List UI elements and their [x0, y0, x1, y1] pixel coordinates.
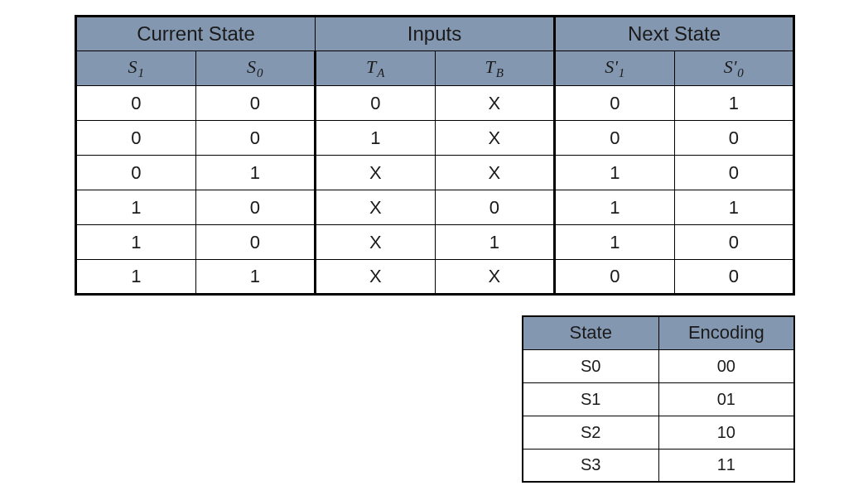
- cell: 0: [76, 156, 196, 190]
- cell: 1: [555, 225, 675, 260]
- cell: 1: [555, 190, 675, 225]
- cell: 1: [674, 86, 794, 121]
- cell: 0: [674, 156, 794, 190]
- group-header-row: Current State Inputs Next State: [76, 17, 794, 51]
- table-row: 1 0 X 0 1 1: [76, 190, 794, 225]
- cell: 0: [195, 86, 316, 121]
- table-row: 0 0 1 X 0 0: [76, 121, 794, 156]
- cell: 0: [555, 260, 675, 295]
- cell: 0: [555, 86, 675, 121]
- cell-encoding: 11: [658, 449, 794, 482]
- cell: 0: [435, 190, 555, 225]
- cell: 0: [76, 121, 196, 156]
- col-sp0: S'0: [674, 51, 794, 86]
- table-row: 1 1 X X 0 0: [76, 260, 794, 295]
- cell: 1: [555, 156, 675, 190]
- col-s1: S1: [76, 51, 196, 86]
- cell-encoding: 10: [658, 416, 794, 449]
- cell: 1: [674, 190, 794, 225]
- cell: 1: [76, 225, 196, 260]
- cell: 0: [674, 225, 794, 260]
- group-current-state: Current State: [76, 17, 316, 51]
- cell: 0: [555, 121, 675, 156]
- cell: 0: [195, 225, 316, 260]
- cell: 0: [76, 86, 196, 121]
- cell: X: [435, 260, 555, 295]
- cell: X: [316, 260, 436, 295]
- cell: 1: [195, 260, 316, 295]
- header-state: State: [523, 316, 658, 349]
- cell: 1: [195, 156, 316, 190]
- cell: 0: [195, 121, 316, 156]
- col-tb: TB: [435, 51, 555, 86]
- group-next-state: Next State: [555, 17, 794, 51]
- table-row: S0 00: [523, 349, 794, 382]
- table-row: S1 01: [523, 382, 794, 416]
- cell: X: [435, 121, 555, 156]
- table-row: 0 0 0 X 0 1: [76, 86, 794, 121]
- cell: 1: [76, 260, 196, 295]
- cell: 0: [195, 190, 316, 225]
- cell-encoding: 01: [658, 382, 794, 416]
- cell: X: [316, 225, 436, 260]
- cell-encoding: 00: [658, 349, 794, 382]
- column-header-row: S1 S0 TA TB S'1 S'0: [76, 51, 794, 86]
- table-row: S2 10: [523, 416, 794, 449]
- col-ta: TA: [316, 51, 436, 86]
- cell: 1: [435, 225, 555, 260]
- cell: 1: [76, 190, 196, 225]
- cell: X: [316, 190, 436, 225]
- encoding-header-row: State Encoding: [523, 316, 794, 349]
- cell: 0: [674, 260, 794, 295]
- col-sp1: S'1: [555, 51, 675, 86]
- header-encoding: Encoding: [658, 316, 794, 349]
- cell: X: [435, 86, 555, 121]
- cell-state: S1: [523, 382, 658, 416]
- table-row: 1 0 X 1 1 0: [76, 225, 794, 260]
- group-inputs: Inputs: [316, 17, 555, 51]
- cell: X: [316, 156, 436, 190]
- cell-state: S0: [523, 349, 658, 382]
- cell: 0: [316, 86, 436, 121]
- cell: X: [435, 156, 555, 190]
- cell: 1: [316, 121, 436, 156]
- state-transition-table: Current State Inputs Next State S1 S0 TA…: [75, 15, 795, 296]
- cell-state: S2: [523, 416, 658, 449]
- state-encoding-table: State Encoding S0 00 S1 01 S2 10 S3 11: [522, 315, 795, 483]
- cell: 0: [674, 121, 794, 156]
- cell-state: S3: [523, 449, 658, 482]
- table-row: 0 1 X X 1 0: [76, 156, 794, 190]
- col-s0: S0: [195, 51, 316, 86]
- table-row: S3 11: [523, 449, 794, 482]
